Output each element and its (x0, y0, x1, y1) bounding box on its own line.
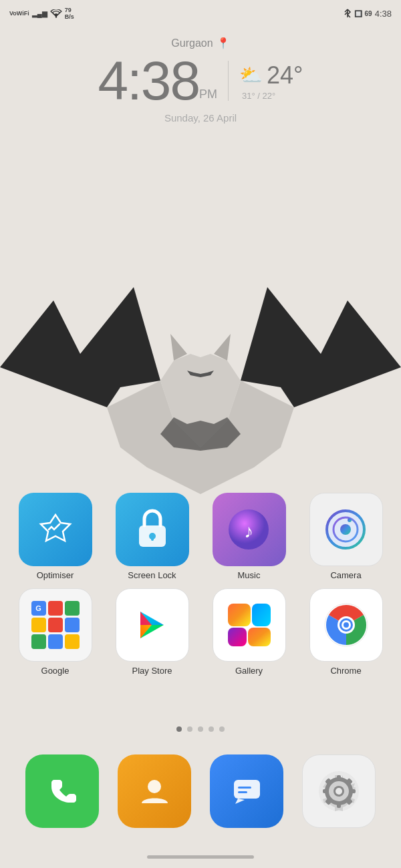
weather-block: ⛅ 24° 31° / 22° (239, 61, 303, 101)
svg-text:♪: ♪ (244, 521, 253, 541)
batman-illustration (0, 247, 401, 494)
status-bar: VoWiFi ▂▄▆ 79B/s 🔲 69 4:38 (0, 0, 401, 27)
svg-point-26 (148, 780, 161, 793)
optimiser-icon[interactable] (19, 493, 92, 566)
temperature-range: 31° / 22° (242, 91, 275, 101)
date-display: Sunday, 26 April (0, 112, 401, 124)
dock-settings[interactable] (302, 754, 376, 828)
google-icon[interactable]: G (19, 588, 92, 662)
clock-period: PM (199, 87, 217, 101)
messages-icon[interactable] (210, 754, 283, 828)
contacts-icon[interactable] (118, 754, 191, 828)
music-icon[interactable]: ♪ (213, 493, 286, 566)
svg-rect-36 (323, 789, 328, 793)
settings-icon[interactable] (302, 754, 376, 828)
dot-3[interactable] (198, 726, 203, 732)
music-label: Music (238, 570, 261, 580)
app-grid: Optimiser Screen Lock (0, 493, 401, 676)
optimiser-label: Optimiser (37, 570, 74, 580)
svg-point-10 (348, 518, 352, 522)
svg-rect-29 (238, 791, 247, 793)
clock-weather-divider (228, 61, 229, 101)
clock-widget: Gurgaon 📍 4:38 PM ⛅ 24° 31° / 22° Sunday… (0, 37, 401, 124)
home-bar[interactable] (147, 855, 254, 859)
svg-point-25 (344, 622, 349, 628)
svg-rect-17 (252, 604, 271, 626)
svg-point-9 (340, 524, 351, 535)
svg-rect-18 (228, 628, 247, 646)
playstore-icon[interactable] (116, 588, 189, 662)
svg-rect-37 (350, 789, 356, 793)
svg-rect-3 (151, 536, 154, 541)
app-chrome[interactable]: Chrome (300, 588, 392, 676)
dot-1[interactable] (176, 726, 182, 732)
volte-icon: VoWiFi (9, 10, 29, 17)
svg-rect-16 (228, 604, 251, 626)
app-music[interactable]: ♪ Music (203, 493, 295, 580)
camera-label: Camera (330, 570, 361, 580)
weather-main: ⛅ 24° (239, 61, 303, 89)
battery-level: 69 (365, 10, 372, 17)
status-left: VoWiFi ▂▄▆ 79B/s (9, 7, 74, 20)
battery-icon: 🔲 (354, 10, 362, 17)
svg-point-33 (336, 788, 342, 795)
svg-rect-28 (238, 787, 251, 789)
svg-rect-35 (337, 803, 341, 808)
speed-indicator: 79B/s (65, 7, 74, 20)
svg-rect-34 (337, 775, 341, 781)
screenlock-label: Screen Lock (128, 570, 176, 580)
dot-5[interactable] (219, 726, 225, 732)
app-playstore[interactable]: Play Store (106, 588, 198, 676)
chrome-label: Chrome (330, 666, 361, 676)
location-row: Gurgaon 📍 (0, 37, 401, 49)
google-label: Google (41, 666, 70, 676)
app-gallery[interactable]: Gallery (203, 588, 295, 676)
dock-contacts[interactable] (118, 754, 191, 828)
clock-row: 4:38 PM ⛅ 24° 31° / 22° (0, 53, 401, 108)
svg-rect-19 (248, 628, 271, 646)
google-grid: G (31, 601, 80, 649)
playstore-label: Play Store (132, 666, 172, 676)
temperature-main: 24° (267, 61, 303, 89)
bluetooth-icon (344, 8, 352, 19)
dock-messages[interactable] (210, 754, 283, 828)
app-screenlock[interactable]: Screen Lock (106, 493, 198, 580)
phone-icon[interactable] (25, 754, 99, 828)
page-dots (0, 726, 401, 732)
dock (0, 754, 401, 828)
app-google[interactable]: G Google (9, 588, 101, 676)
svg-rect-27 (234, 780, 260, 799)
weather-icon: ⛅ (239, 64, 263, 86)
clock-status: 4:38 (375, 9, 392, 19)
app-camera[interactable]: Camera (300, 493, 392, 580)
wifi-icon (50, 9, 62, 18)
location-text: Gurgaon (171, 37, 213, 49)
location-pin-icon: 📍 (217, 37, 230, 49)
chrome-icon[interactable] (309, 588, 383, 662)
camera-icon[interactable] (309, 493, 383, 566)
signal-icon: ▂▄▆ (32, 10, 47, 17)
dot-2[interactable] (187, 726, 192, 732)
gallery-label: Gallery (235, 666, 263, 676)
app-optimiser[interactable]: Optimiser (9, 493, 101, 580)
screenlock-icon[interactable] (116, 493, 189, 566)
svg-point-0 (55, 16, 57, 17)
status-right: 🔲 69 4:38 (344, 8, 392, 19)
clock-time: 4:38 (98, 53, 199, 108)
dot-4[interactable] (209, 726, 214, 732)
gallery-icon[interactable] (213, 588, 286, 662)
dock-phone[interactable] (25, 754, 99, 828)
